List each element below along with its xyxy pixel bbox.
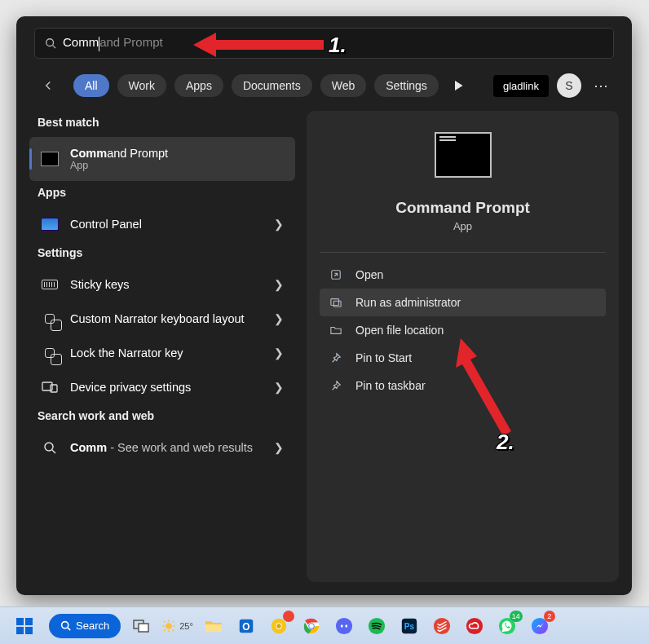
- messenger-icon[interactable]: 2: [528, 614, 552, 638]
- overflow-menu-button[interactable]: ⋯: [589, 77, 614, 95]
- task-view-button[interactable]: [129, 614, 153, 638]
- settings-header: Settings: [29, 241, 295, 267]
- svg-point-37: [336, 617, 352, 633]
- svg-line-16: [68, 628, 70, 630]
- taskbar-search-button[interactable]: Search: [49, 614, 121, 638]
- svg-point-15: [62, 622, 68, 629]
- chrome-icon[interactable]: [299, 614, 324, 638]
- chrome-canary-icon[interactable]: [267, 614, 291, 638]
- result-device-privacy[interactable]: Device privacy settings ❯: [29, 370, 295, 404]
- result-sticky-keys[interactable]: Sticky keys ❯: [29, 267, 295, 302]
- chevron-right-icon: ❯: [274, 381, 284, 394]
- action-pin-to-taskbar[interactable]: Pin to taskbar: [320, 372, 606, 399]
- svg-point-19: [166, 623, 172, 629]
- photoshop-icon[interactable]: Ps: [397, 614, 422, 638]
- results-column: Best match Command Prompt App Apps Contr…: [29, 111, 295, 582]
- spotify-icon[interactable]: [364, 614, 389, 638]
- result-command-prompt[interactable]: Command Prompt App: [29, 137, 295, 181]
- tab-all[interactable]: All: [73, 74, 109, 97]
- chevron-right-icon: ❯: [274, 278, 284, 291]
- whatsapp-icon[interactable]: 14: [495, 614, 519, 638]
- tab-web[interactable]: Web: [320, 74, 367, 97]
- file-explorer-icon[interactable]: [201, 614, 226, 638]
- action-label: Run as administrator: [355, 296, 461, 309]
- svg-rect-11: [16, 618, 24, 625]
- svg-point-0: [46, 39, 54, 46]
- action-label: Open: [355, 268, 383, 281]
- action-label: Open file location: [355, 324, 444, 337]
- search-web-header: Search work and web: [29, 404, 295, 430]
- detail-actions: Open Run as administrator Open file loca…: [320, 261, 606, 399]
- tab-work[interactable]: Work: [117, 74, 166, 97]
- search-input[interactable]: Command Prompt: [34, 28, 614, 59]
- folder-icon: [329, 324, 342, 337]
- detail-title: Command Prompt: [320, 199, 606, 217]
- result-control-panel[interactable]: Control Panel ❯: [29, 207, 295, 241]
- tab-more-button[interactable]: [447, 73, 473, 99]
- chevron-right-icon: ❯: [274, 441, 284, 454]
- result-title: Comm - See work and web results: [70, 441, 263, 454]
- result-narrator-keyboard[interactable]: Custom Narrator keyboard layout ❯: [29, 302, 295, 336]
- svg-point-36: [309, 624, 314, 629]
- svg-line-26: [164, 629, 166, 631]
- weather-widget[interactable]: 25°: [161, 614, 193, 638]
- svg-rect-7: [331, 299, 339, 306]
- extension-label: gladlink: [503, 80, 539, 92]
- cmd-icon: [41, 150, 59, 168]
- result-title: Lock the Narrator key: [70, 346, 263, 359]
- svg-rect-18: [139, 624, 148, 632]
- cmd-large-icon: [435, 132, 492, 178]
- account-avatar[interactable]: S: [557, 73, 581, 98]
- notif-badge: 14: [510, 611, 523, 622]
- notif-badge: 2: [544, 611, 555, 622]
- action-open[interactable]: Open: [320, 261, 606, 289]
- result-title: Device privacy settings: [70, 381, 263, 394]
- result-title: Custom Narrator keyboard layout: [70, 312, 263, 325]
- devices-icon: [41, 378, 59, 396]
- action-label: Pin to taskbar: [355, 379, 426, 392]
- pin-icon: [329, 379, 342, 392]
- svg-rect-8: [333, 301, 341, 307]
- result-lock-narrator[interactable]: Lock the Narrator key ❯: [29, 336, 295, 370]
- admin-icon: [329, 296, 342, 309]
- weather-temp: 25°: [179, 621, 193, 631]
- svg-point-43: [434, 617, 450, 633]
- tab-apps[interactable]: Apps: [174, 74, 223, 97]
- separator: [320, 252, 606, 253]
- back-button[interactable]: [34, 72, 62, 99]
- svg-rect-3: [51, 385, 57, 392]
- svg-point-39: [345, 624, 347, 628]
- annotation-number-1: 1.: [329, 33, 347, 58]
- tab-documents[interactable]: Documents: [232, 74, 312, 97]
- apps-header: Apps: [29, 181, 295, 207]
- action-pin-to-start[interactable]: Pin to Start: [320, 344, 606, 372]
- svg-rect-14: [25, 627, 33, 634]
- result-subtitle: App: [70, 160, 284, 171]
- windows-search-panel: Command Prompt All Work Apps Documents W…: [16, 16, 632, 595]
- link-icon: [41, 310, 59, 328]
- taskbar-search-label: Search: [76, 620, 109, 632]
- svg-line-5: [52, 450, 55, 453]
- detail-subtitle: App: [320, 220, 606, 232]
- svg-text:Ps: Ps: [404, 621, 415, 630]
- search-icon: [45, 37, 56, 49]
- result-web-comm[interactable]: Comm - See work and web results ❯: [29, 430, 295, 465]
- svg-line-1: [53, 46, 56, 49]
- search-icon: [41, 439, 59, 457]
- discord-icon[interactable]: [332, 614, 356, 638]
- start-button[interactable]: [8, 612, 41, 640]
- svg-point-4: [45, 443, 53, 451]
- result-title: Command Prompt: [70, 147, 284, 160]
- extension-chip[interactable]: gladlink: [493, 75, 549, 97]
- action-open-file-location[interactable]: Open file location: [320, 316, 606, 344]
- tab-settings[interactable]: Settings: [374, 74, 439, 97]
- todoist-icon[interactable]: [430, 614, 454, 638]
- svg-line-27: [173, 621, 174, 623]
- outlook-icon[interactable]: O: [234, 614, 258, 638]
- creative-cloud-icon[interactable]: [462, 614, 487, 638]
- action-run-as-admin[interactable]: Run as administrator: [320, 289, 606, 316]
- keyboard-icon: [41, 276, 59, 293]
- action-label: Pin to Start: [355, 351, 412, 364]
- annotation-number-2: 2.: [497, 430, 514, 455]
- chevron-right-icon: ❯: [274, 312, 284, 325]
